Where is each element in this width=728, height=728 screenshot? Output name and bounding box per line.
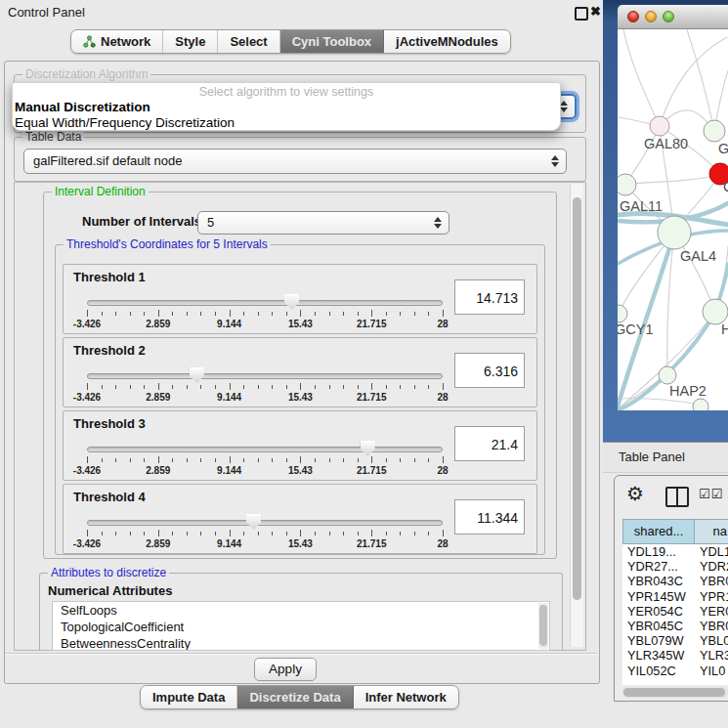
slider-thumb[interactable] (246, 514, 261, 530)
columns-icon[interactable] (665, 487, 689, 507)
threshold-3-value-field[interactable]: 21.4 (454, 426, 525, 461)
scrollbar-thumb[interactable] (573, 197, 581, 600)
column-header-shared-name[interactable]: shared... (622, 519, 695, 544)
cell-name: YIL0 (695, 664, 728, 678)
close-icon[interactable]: ✖ (590, 4, 601, 19)
node-gcy1[interactable] (618, 305, 627, 322)
threshold-2-value-field[interactable]: 6.316 (454, 353, 525, 388)
slider-tick (343, 312, 344, 316)
slider-tick (144, 458, 145, 462)
node-bottom[interactable] (693, 399, 708, 410)
slider-tick (158, 383, 159, 390)
table-row[interactable]: YPR145WYPR1 (622, 589, 728, 604)
tab-style[interactable]: Style (163, 30, 218, 53)
slider-tick (315, 532, 316, 535)
slider-scale-label: 2.859 (146, 392, 170, 403)
tab-discretize-data[interactable]: Discretize Data (237, 686, 353, 708)
checkbox-columns-icon[interactable]: ☑☑ (699, 487, 723, 501)
slider-tick (230, 310, 231, 317)
cell-shared-name: YIL052C (622, 664, 695, 678)
close-traffic-light[interactable] (627, 11, 639, 22)
vertical-scrollbar[interactable] (570, 184, 583, 647)
node-label-gal4: GAL4 (680, 248, 716, 264)
slider-scale-labels: -3.4262.8599.14415.4321.71528 (87, 319, 443, 330)
tab-infer-network[interactable]: Infer Network (354, 686, 458, 708)
slider-tick (386, 532, 387, 535)
tab-network[interactable]: Network (71, 30, 163, 53)
table-row[interactable]: YIL052CYIL0 (622, 664, 728, 678)
network-canvas[interactable]: GAL80 GA C GAL11 GAL4 GCY1 H HAP2 (618, 29, 728, 410)
slider-tick (315, 385, 316, 389)
slider-track[interactable] (87, 373, 443, 379)
slider-scale-label: 28 (437, 392, 448, 403)
slider-track[interactable] (87, 300, 443, 306)
slider-track[interactable] (87, 447, 443, 452)
table-row[interactable]: YDR27...YDR2 (622, 559, 728, 574)
threshold-3-label: Threshold 3 (73, 416, 146, 431)
table-rows: YDL19...YDL1YDR27...YDR2YBR043CYBR0YPR14… (622, 544, 728, 685)
slider-scale-label: 2.859 (146, 538, 170, 549)
slider-tick (144, 532, 145, 535)
minimize-traffic-light[interactable] (645, 11, 657, 22)
slider-scale-label: 28 (437, 319, 448, 329)
tab-impute-data[interactable]: Impute Data (141, 686, 237, 708)
slider-thumb[interactable] (284, 294, 299, 310)
number-of-intervals-combobox[interactable]: 5 (197, 211, 450, 235)
cell-shared-name: YDL19... (622, 544, 695, 559)
table-row[interactable]: YBR043CYBR0 (622, 574, 728, 588)
slider-tick (428, 458, 429, 462)
node-gal11[interactable] (618, 174, 636, 195)
column-header-name[interactable]: na (695, 519, 728, 544)
gear-icon[interactable]: ⚙ (626, 482, 644, 505)
node-gal4[interactable] (658, 216, 691, 249)
scrollbar-thumb[interactable] (623, 688, 725, 697)
attribute-item-betweennesscentrality[interactable]: BetweennessCentrality (53, 635, 549, 651)
tab-jactivemnodules[interactable]: jActiveMNodules (384, 30, 510, 53)
node-pink[interactable] (650, 116, 669, 136)
table-row[interactable]: YDL19...YDL1 (622, 544, 728, 559)
apply-button[interactable]: Apply (254, 658, 317, 681)
scrollbar-thumb[interactable] (539, 605, 547, 646)
bottom-separator (5, 653, 597, 654)
dropdown-option-manual-discretization[interactable]: Manual Discretization (13, 100, 560, 115)
slider-track[interactable] (87, 520, 443, 526)
cell-shared-name: YBR045C (622, 619, 695, 633)
slider-tick (443, 456, 444, 463)
table-data-combobox[interactable]: galFiltered.sif default node (23, 149, 567, 174)
horizontal-scrollbar[interactable] (622, 687, 728, 698)
table-row[interactable]: YLR345WYLR3 (622, 648, 728, 663)
number-of-intervals-value: 5 (207, 215, 214, 230)
slider-scale (87, 530, 443, 537)
threshold-4-value-field[interactable]: 11.344 (454, 499, 525, 535)
threshold-4-panel: Threshold 4 -3.4262.8599.14415.4321.7152… (63, 484, 537, 554)
float-window-icon[interactable] (575, 7, 588, 21)
slider-scale-label: -3.426 (73, 319, 101, 329)
node-top-right[interactable] (704, 120, 725, 142)
threshold-2-slider[interactable]: -3.4262.8599.14415.4321.71528 (87, 365, 443, 405)
slider-scale-label: 21.715 (357, 465, 387, 476)
attribute-item-selfloops[interactable]: SelfLoops (53, 602, 549, 619)
dropdown-option-equal-width[interactable]: Equal Width/Frequency Discretization (13, 115, 560, 131)
slider-thumb[interactable] (361, 441, 375, 456)
threshold-1-value-field[interactable]: 14.713 (454, 279, 525, 315)
slider-thumb[interactable] (190, 367, 204, 383)
threshold-3-slider[interactable]: -3.4262.8599.14415.4321.71528 (87, 439, 443, 478)
algorithm-group-title: Discretization Algorithm (22, 67, 150, 81)
slider-tick (158, 456, 159, 463)
table-row[interactable]: YER054CYER0 (622, 604, 728, 619)
threshold-4-slider[interactable]: -3.4262.8599.14415.4321.71528 (87, 512, 443, 551)
list-scrollbar[interactable] (538, 603, 548, 649)
tab-cyni-toolbox[interactable]: Cyni Toolbox (280, 30, 384, 53)
network-window-titlebar[interactable] (618, 5, 728, 29)
table-row[interactable]: YBL079WYBL0 (622, 633, 728, 648)
node-hap2[interactable] (659, 366, 676, 384)
zoom-traffic-light[interactable] (663, 11, 674, 22)
slider-tick (286, 458, 287, 462)
threshold-1-slider[interactable]: -3.4262.8599.14415.4321.71528 (87, 292, 443, 331)
cell-name: YDR2 (695, 559, 728, 574)
slider-tick (230, 383, 231, 390)
attribute-item-topologicalcoefficient[interactable]: TopologicalCoefficient (53, 619, 549, 635)
table-row[interactable]: YBR045CYBR0 (622, 619, 728, 633)
tab-select[interactable]: Select (218, 30, 279, 53)
network-graph: GAL80 GA C GAL11 GAL4 GCY1 H HAP2 (618, 29, 728, 410)
